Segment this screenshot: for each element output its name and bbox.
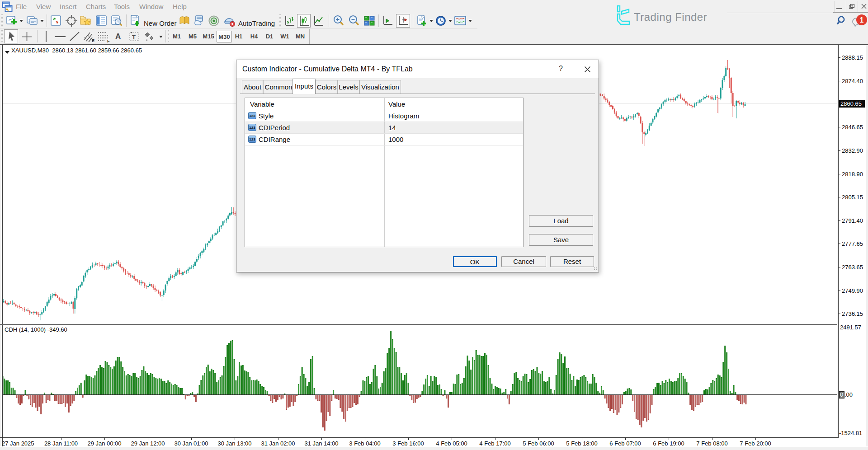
svg-text:E: E	[92, 38, 94, 42]
svg-text:F: F	[107, 39, 110, 42]
svg-text:1: 1	[860, 16, 864, 24]
svg-text:T: T	[132, 34, 136, 41]
